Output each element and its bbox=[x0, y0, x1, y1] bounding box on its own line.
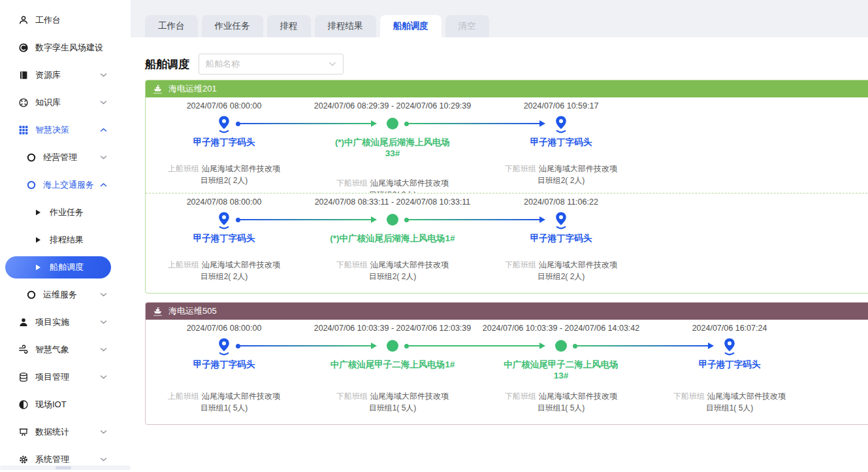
crew-label: 下船班组 bbox=[505, 260, 536, 269]
tab-bar: 工作台 作业任务 排程 排程结果 船舶调度 清空 bbox=[131, 0, 868, 37]
stop-name: 中广核汕尾甲子二海上风电场 bbox=[470, 359, 652, 371]
sidebar-item-data-statistics[interactable]: 数据统计 bbox=[0, 418, 131, 446]
crew-value: 汕尾海域大部件技改项目班组1( 5人) bbox=[201, 392, 280, 413]
tab-clear[interactable]: 清空 bbox=[445, 15, 489, 37]
sidebar-item-marine-traffic-service[interactable]: 海上交通服务 bbox=[0, 171, 131, 199]
crew-label: 下船班组 bbox=[673, 392, 705, 401]
sidebar-item-business-management[interactable]: 经营管理 bbox=[0, 144, 131, 171]
sidebar-item-smart-weather[interactable]: 智慧气象 bbox=[0, 336, 131, 363]
crew-info: 下船班组汕尾海域大部件技改项目班组2( 2人) 上船班组汕尾海域大部件技改项目班… bbox=[334, 177, 451, 193]
sidebar-item-label: 经营管理 bbox=[43, 152, 77, 163]
stop-time: 2024/07/06 10:03:39 - 2024/07/06 12:03:3… bbox=[301, 324, 484, 333]
sidebar-item-job-tasks[interactable]: 作业任务 bbox=[0, 199, 131, 226]
ship-select-placeholder: 船舶名称 bbox=[206, 58, 240, 70]
main-area: 工作台 作业任务 排程 排程结果 船舶调度 清空 船舶调度 船舶名称 海电运维2… bbox=[131, 0, 868, 472]
crew-value: 汕尾海域大部件技改项目班组2( 2人) bbox=[201, 164, 280, 185]
chevron-down-icon bbox=[100, 430, 107, 435]
crew-entry: 上船班组汕尾海域大部件技改项目班组2( 2人) bbox=[166, 259, 282, 282]
chevron-down-icon bbox=[329, 61, 336, 67]
voyage-stop: 2024/07/06 08:00:00 甲子港丁字码头 上船班组汕尾海域大部件技… bbox=[146, 97, 315, 193]
voyage-stop: 2024/07/06 16:07:24 甲子港丁字码头 下船班组汕尾海域大部件技… bbox=[638, 320, 821, 424]
crew-entry: 下船班组汕尾海域大部件技改项目班组1( 5人) bbox=[503, 390, 619, 414]
user-icon bbox=[18, 15, 29, 25]
stop-time: 2024/07/08 08:00:00 bbox=[146, 197, 315, 207]
chevron-down-icon bbox=[100, 156, 107, 160]
tab-job-tasks[interactable]: 作业任务 bbox=[202, 15, 263, 37]
stop-name: 甲子港丁字码头 bbox=[470, 233, 652, 244]
sidebar-item-project-implementation[interactable]: 项目实施 bbox=[0, 309, 131, 336]
ring-icon bbox=[26, 180, 37, 190]
stop-time: 2024/07/06 16:07:24 bbox=[638, 324, 821, 333]
crew-info: 上船班组汕尾海域大部件技改项目班组2( 2人) bbox=[166, 259, 282, 282]
sidebar-item-label: 数字孪生风场建设 bbox=[35, 42, 103, 54]
ship-name: 海电运维505 bbox=[169, 305, 217, 317]
sidebar-item-workbench[interactable]: 工作台 bbox=[0, 7, 131, 34]
page-content: 船舶调度 船舶名称 海电运维201 2024/07/06 08:00:00 甲子… bbox=[131, 37, 868, 472]
crew-value: 汕尾海域大部件技改项目班组2( 2人) bbox=[538, 164, 617, 185]
ship-name-select[interactable]: 船舶名称 bbox=[199, 54, 344, 75]
page-header: 船舶调度 船舶名称 bbox=[145, 54, 344, 75]
play-icon bbox=[33, 235, 43, 245]
tab-workbench[interactable]: 工作台 bbox=[145, 15, 198, 37]
crew-label: 上船班组 bbox=[168, 164, 199, 173]
sidebar-item-label: 工作台 bbox=[35, 14, 61, 26]
voyage-stop: 2024/07/06 10:03:39 - 2024/07/06 12:03:3… bbox=[301, 320, 484, 424]
board-icon bbox=[18, 427, 29, 437]
crew-info: 下船班组汕尾海域大部件技改项目班组2( 2人) bbox=[503, 163, 619, 186]
crew-entry: 下船班组汕尾海域大部件技改项目班组2( 2人) bbox=[503, 259, 619, 282]
crew-info: 下船班组汕尾海域大部件技改项目班组2( 2人) bbox=[334, 259, 451, 282]
tab-schedule-results[interactable]: 排程结果 bbox=[315, 15, 376, 37]
sidebar-item-label: 排程结果 bbox=[50, 234, 84, 246]
crew-entry: 下船班组汕尾海域大部件技改项目班组2( 2人) bbox=[503, 163, 619, 186]
sidebar-item-site-iot[interactable]: 现场IOT bbox=[0, 391, 131, 418]
stop-name-line2: 33# bbox=[301, 148, 484, 158]
sidebar-item-digital-twin[interactable]: 数字孪生风场建设 bbox=[0, 34, 131, 61]
voyage-stop: 2024/07/08 11:06:22 甲子港丁字码头 下船班组汕尾海域大部件技… bbox=[470, 194, 652, 293]
grid-icon bbox=[18, 125, 29, 135]
stop-name: 中广核汕尾甲子二海上风电场1# bbox=[301, 359, 484, 371]
crew-value: 汕尾海域大部件技改项目班组2( 2人) bbox=[538, 260, 617, 281]
play-icon bbox=[33, 207, 43, 218]
gear-icon bbox=[18, 454, 29, 465]
ship-card-header: 海电运维505 bbox=[146, 303, 868, 320]
chevron-down-icon bbox=[100, 320, 107, 325]
ship-card-201: 海电运维201 2024/07/06 08:00:00 甲子港丁字码头 上船班组… bbox=[145, 80, 868, 294]
knowledge-icon bbox=[18, 97, 29, 108]
chevron-down-icon bbox=[100, 375, 107, 380]
voyage-row: 2024/07/08 08:00:00 甲子港丁字码头 上船班组汕尾海域大部件技… bbox=[146, 194, 868, 293]
sidebar-item-label: 海上交通服务 bbox=[43, 179, 94, 191]
sidebar-item-project-management[interactable]: 项目管理 bbox=[0, 363, 131, 391]
scrollbar-thumb[interactable] bbox=[56, 466, 71, 469]
ship-card-header: 海电运维201 bbox=[146, 80, 868, 97]
sidebar-nav: 工作台 数字孪生风场建设 资源库 知识库 智慧决策 经营管理 bbox=[0, 0, 131, 472]
crew-entry: 上船班组汕尾海域大部件技改项目班组1( 5人) bbox=[166, 390, 282, 414]
sidebar-item-schedule-results[interactable]: 排程结果 bbox=[0, 226, 131, 254]
sidebar-item-knowledge-base[interactable]: 知识库 bbox=[0, 89, 131, 116]
sidebar-item-label: 作业任务 bbox=[50, 207, 84, 218]
stop-time: 2024/07/06 08:00:00 bbox=[146, 101, 315, 110]
sidebar-item-label: 项目管理 bbox=[35, 371, 69, 383]
tab-scheduling[interactable]: 排程 bbox=[267, 15, 311, 37]
stop-name: 甲子港丁字码头 bbox=[146, 137, 315, 148]
database-icon bbox=[18, 372, 29, 382]
sidebar-item-om-service[interactable]: 运维服务 bbox=[0, 281, 131, 309]
tab-ship-dispatch[interactable]: 船舶调度 bbox=[380, 15, 442, 37]
person-icon bbox=[18, 317, 29, 328]
page-title: 船舶调度 bbox=[145, 57, 189, 72]
sidebar-scrollbar[interactable] bbox=[0, 465, 131, 470]
crew-value: 汕尾海域大部件技改项目班组1( 5人) bbox=[538, 392, 617, 413]
sidebar-item-label: 数据统计 bbox=[35, 426, 69, 438]
voyage-stop: 2024/07/06 10:03:39 - 2024/07/06 14:03:4… bbox=[470, 320, 652, 424]
sidebar-item-smart-decision[interactable]: 智慧决策 bbox=[0, 116, 131, 144]
chevron-down-icon bbox=[100, 101, 107, 105]
chevron-down-icon bbox=[100, 293, 107, 297]
port-pin-icon bbox=[216, 337, 232, 356]
crew-entry: 下船班组汕尾海域大部件技改项目班组1( 5人) bbox=[671, 390, 788, 414]
port-pin-icon bbox=[553, 115, 569, 133]
stop-name: 甲子港丁字码头 bbox=[146, 233, 315, 244]
ship-card-505: 海电运维505 2024/07/06 08:00:00 甲子港丁字码头 上船班组… bbox=[145, 302, 868, 425]
chevron-up-icon bbox=[100, 183, 107, 188]
sidebar-item-ship-dispatch[interactable]: 船舶调度 bbox=[5, 256, 111, 278]
crew-info: 下船班组汕尾海域大部件技改项目班组1( 5人) bbox=[671, 390, 788, 414]
sidebar-item-resource-library[interactable]: 资源库 bbox=[0, 61, 131, 89]
